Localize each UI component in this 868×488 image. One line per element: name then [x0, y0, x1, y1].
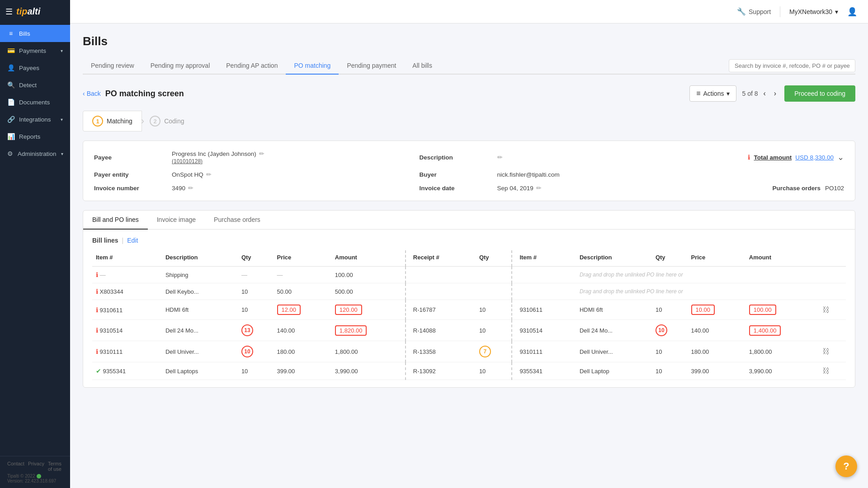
- po-matching-header: ‹ Back PO matching screen ≡ Actions ▾ 5 …: [83, 85, 855, 102]
- sidebar-item-payees[interactable]: 👤 Payees: [0, 59, 70, 76]
- table-row: ℹ — Shipping — — 100.00 Drag and drop th…: [92, 267, 846, 283]
- po-amount-badge-3: 1,400.00: [749, 325, 781, 336]
- pagination-prev-button[interactable]: ‹: [760, 89, 768, 99]
- cell-price-1: 50.00: [274, 283, 331, 300]
- sidebar-item-detect[interactable]: 🔍 Detect: [0, 76, 70, 94]
- page-title: Bills: [83, 34, 855, 48]
- cell-receipt-qty-3: 10: [476, 320, 512, 341]
- user-profile-icon[interactable]: 👤: [847, 7, 857, 17]
- cell-receipt-qty-0: [476, 267, 512, 283]
- invoice-number-edit-icon[interactable]: ✏: [188, 184, 193, 192]
- integrations-arrow-icon: ▾: [61, 117, 63, 122]
- back-arrow-icon: ‹: [83, 90, 85, 97]
- search-input[interactable]: [729, 59, 855, 72]
- panel-tab-purchase-orders[interactable]: Purchase orders: [205, 211, 269, 230]
- cell-amount-5: 3,990.00: [331, 362, 406, 380]
- cell-link-icon-5[interactable]: ⛓: [819, 362, 846, 380]
- bill-lines-edit-link[interactable]: Edit: [127, 237, 138, 244]
- sidebar-item-documents[interactable]: 📄 Documents: [0, 94, 70, 111]
- tab-po-matching[interactable]: PO matching: [286, 57, 339, 75]
- total-chevron-icon[interactable]: ⌄: [837, 152, 844, 162]
- po-header-right: ≡ Actions ▾ 5 of 8 ‹ › Proceed to coding: [689, 85, 855, 102]
- payee-name: Progress Inc (Jayden Johnson): [172, 150, 256, 157]
- tab-pending-payment[interactable]: Pending payment: [339, 57, 404, 75]
- po-header-left: ‹ Back PO matching screen: [83, 89, 184, 99]
- description-edit-icon[interactable]: ✏: [497, 154, 503, 161]
- invoice-number-value: 3490: [172, 185, 185, 192]
- cell-po-amount-5: 3,990.00: [745, 362, 819, 380]
- cell-amount-1: 500.00: [331, 283, 406, 300]
- payer-entity-edit-icon[interactable]: ✏: [206, 171, 212, 178]
- sidebar-item-administration[interactable]: ⚙ Administration ▾: [0, 145, 70, 162]
- proceed-to-coding-button[interactable]: Proceed to coding: [784, 85, 855, 102]
- sidebar-item-reports[interactable]: 📊 Reports: [0, 128, 70, 145]
- panel-tab-invoice-image[interactable]: Invoice image: [148, 211, 205, 230]
- qty-badge-4: 10: [241, 346, 253, 357]
- documents-icon: 📄: [7, 99, 14, 106]
- support-label: Support: [749, 8, 771, 15]
- table-container: Bill lines | Edit Item # Description Qty…: [83, 230, 855, 387]
- actions-button[interactable]: ≡ Actions ▾: [689, 85, 736, 102]
- cell-po-unlinked-1: Drag and drop the unlinked PO line here …: [576, 283, 819, 300]
- support-icon: 🔧: [737, 7, 746, 16]
- invoice-number-value-cell: 3490 ✏: [166, 184, 420, 192]
- total-amount-cell: ℹ Total amount USD 8,330.00 ⌄: [745, 152, 844, 162]
- account-selector[interactable]: MyXNetwork30 ▾: [789, 8, 838, 15]
- cell-desc-3: Dell 24 Mo...: [162, 320, 238, 341]
- buyer-value: nick.fishler@tipalti.com: [497, 171, 560, 178]
- qty-badge-3: 13: [241, 324, 253, 336]
- support-button[interactable]: 🔧 Support: [737, 7, 771, 16]
- sidebar-item-payments[interactable]: 💳 Payments ▾: [0, 42, 70, 59]
- invoice-date-label: Invoice date: [420, 185, 492, 192]
- cell-qty-highlight-3: 13: [238, 320, 274, 341]
- help-button[interactable]: ?: [835, 455, 857, 477]
- footer-privacy-link[interactable]: Privacy: [28, 461, 44, 472]
- cell-po-item-5: 9355341: [512, 362, 576, 380]
- footer-links: Contact Privacy Terms of use: [7, 461, 63, 472]
- sidebar-item-integrations[interactable]: 🔗 Integrations ▾: [0, 111, 70, 128]
- cell-item-1: ℹ X803344: [92, 283, 162, 300]
- bills-tabs: Pending review Pending my approval Pendi…: [83, 57, 855, 75]
- cell-link-icon-2[interactable]: ⛓: [819, 300, 846, 320]
- cell-desc-5: Dell Laptops: [162, 362, 238, 380]
- sidebar-footer: Contact Privacy Terms of use Tipalti © 2…: [0, 456, 70, 488]
- cell-po-amount-highlight-3: 1,400.00: [745, 320, 819, 341]
- bill-lines-header: Bill lines | Edit: [92, 237, 846, 244]
- cell-po-desc-4: Dell Univer...: [576, 341, 652, 362]
- pagination-next-button[interactable]: ›: [771, 89, 779, 99]
- total-amount-label[interactable]: Total amount: [754, 154, 792, 161]
- payee-edit-icon[interactable]: ✏: [259, 150, 264, 157]
- pagination-text: 5 of 8: [742, 90, 758, 97]
- invoice-fields: Payee Progress Inc (Jayden Johnson) ✏ (1…: [94, 150, 844, 192]
- back-label: Back: [87, 90, 101, 97]
- hamburger-icon[interactable]: ☰: [5, 7, 13, 17]
- cell-desc-0: Shipping: [162, 267, 238, 283]
- table-row: ✔ 9355341 Dell Laptops 10 399.00 3,990.0…: [92, 362, 846, 380]
- panel-tab-bill-po-lines[interactable]: Bill and PO lines: [83, 211, 148, 230]
- sidebar-label-reports: Reports: [19, 133, 40, 140]
- row-error-icon-2: ℹ: [96, 306, 98, 314]
- back-button[interactable]: ‹ Back: [83, 90, 101, 97]
- steps-indicator: 1 Matching › 2 Coding: [83, 111, 855, 131]
- po-amount-badge-2: 100.00: [749, 305, 776, 315]
- footer-contact-link[interactable]: Contact: [7, 461, 24, 472]
- th-description: Description: [162, 250, 238, 267]
- panel-tab-header: Bill and PO lines Invoice image Purchase…: [83, 211, 855, 230]
- th-po-qty: Qty: [652, 250, 688, 267]
- tab-pending-review[interactable]: Pending review: [83, 57, 142, 75]
- tab-pending-ap-action[interactable]: Pending AP action: [218, 57, 286, 75]
- total-amount-value[interactable]: USD 8,330.00: [795, 154, 834, 161]
- sidebar-item-bills[interactable]: ≡ Bills: [0, 25, 70, 42]
- cell-link-icon-4[interactable]: ⛓: [819, 341, 846, 362]
- invoice-date-edit-icon[interactable]: ✏: [536, 184, 542, 192]
- cell-po-qty-4: 10: [652, 341, 688, 362]
- invoice-date-value-cell: Sep 04, 2019 ✏: [492, 184, 745, 192]
- tab-pending-my-approval[interactable]: Pending my approval: [142, 57, 218, 75]
- tab-all-bills[interactable]: All bills: [404, 57, 440, 75]
- payee-label: Payee: [94, 154, 166, 161]
- invoice-info-card: Payee Progress Inc (Jayden Johnson) ✏ (1…: [83, 141, 855, 201]
- cell-receipt-qty-2: 10: [476, 300, 512, 320]
- footer-terms-link[interactable]: Terms of use: [48, 461, 63, 472]
- administration-arrow-icon: ▾: [61, 151, 63, 156]
- th-amount: Amount: [331, 250, 406, 267]
